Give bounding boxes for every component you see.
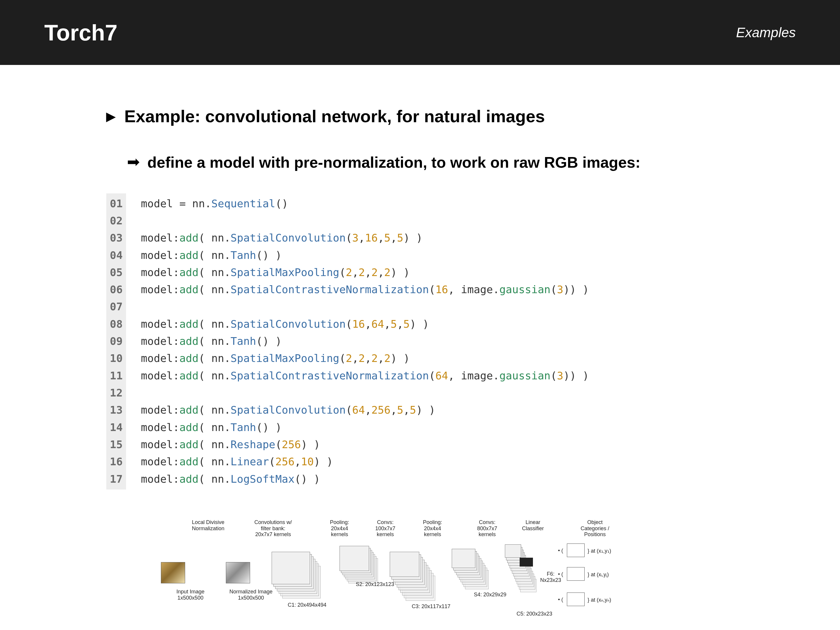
header-title: Torch7 — [44, 20, 117, 46]
architecture-diagram: Local DivisiveNormalizationConvolutions … — [145, 519, 638, 620]
output-marker: • ( — [558, 548, 563, 554]
code-line: model:add( nn.SpatialMaxPooling(2,2,2,2)… — [141, 350, 589, 367]
code-line: model:add( nn.SpatialContrastiveNormaliz… — [141, 367, 589, 384]
output-marker: • ( — [558, 597, 563, 603]
stage-label: Pooling:20x4x4kernels — [407, 519, 458, 538]
output-box — [567, 543, 584, 557]
code-line: model:add( nn.SpatialMaxPooling(2,2,2,2)… — [141, 264, 589, 281]
stage-label: ObjectCategories / Positions — [570, 519, 620, 538]
stage-label: LinearClassifier — [508, 519, 558, 531]
stage-label: Local DivisiveNormalization — [183, 519, 233, 531]
code-line: model:add( nn.SpatialConvolution(3,16,5,… — [141, 229, 589, 246]
output-label: } at (xₙ,yₙ) — [587, 597, 611, 603]
sub-title: define a model with pre-normalization, t… — [147, 153, 640, 173]
code-line — [141, 384, 589, 401]
code-line: model:add( nn.Reshape(256) ) — [141, 436, 589, 453]
output-label: } at (x₁,y₁) — [587, 548, 611, 554]
code-line — [141, 212, 589, 229]
layer-caption: S4: 20x29x29 — [461, 592, 519, 598]
code-block: 01 02 03 04 05 06 07 08 09 10 11 12 13 1… — [106, 193, 734, 489]
content: ▶ Example: convolutional network, for na… — [0, 65, 840, 489]
code-line: model:add( nn.SpatialContrastiveNormaliz… — [141, 281, 589, 298]
normalized-image-thumb — [226, 562, 250, 583]
code-line: model:add( nn.Tanh() ) — [141, 333, 589, 350]
code-line — [141, 298, 589, 315]
code-line: model:add( nn.LogSoftMax() ) — [141, 471, 589, 488]
code-line: model = nn.Sequential() — [141, 195, 589, 212]
arrow-bullet-icon: ➡ — [127, 153, 140, 171]
main-title-row: ▶ Example: convolutional network, for na… — [106, 106, 734, 126]
stage-label: Convs:100x7x7kernels — [360, 519, 411, 538]
output-box — [567, 567, 584, 581]
layer-caption: C5: 200x23x23 — [505, 611, 564, 617]
triangle-bullet-icon: ▶ — [106, 109, 115, 123]
output-box — [567, 592, 584, 606]
layer-caption: S2: 20x123x123 — [346, 581, 404, 587]
stage-label: Convs:800x7x7kernels — [462, 519, 512, 538]
header-section: Examples — [736, 25, 796, 41]
main-title: Example: convolutional network, for natu… — [124, 106, 545, 126]
code-line: model:add( nn.SpatialConvolution(16,64,5… — [141, 316, 589, 333]
code-line: model:add( nn.Linear(256,10) ) — [141, 453, 589, 470]
layer-caption: Normalized Image1x500x500 — [221, 589, 281, 601]
layer-caption: C1: 20x494x494 — [278, 602, 336, 608]
input-image-thumb — [161, 562, 185, 583]
layer-caption: Input Image1x500x500 — [161, 589, 220, 601]
layer-caption: C3: 20x117x117 — [401, 603, 461, 609]
sub-title-row: ➡ define a model with pre-normalization,… — [127, 153, 734, 173]
stage-label: Convolutions w/filter bank:20x7x7 kernel… — [248, 519, 298, 538]
header: Torch7 Examples — [0, 0, 840, 65]
code-lines: model = nn.Sequential() model:add( nn.Sp… — [126, 193, 589, 489]
output-label: } at (xᵢ,yⱼ) — [587, 571, 609, 578]
code-line: model:add( nn.SpatialConvolution(64,256,… — [141, 401, 589, 418]
line-numbers: 01 02 03 04 05 06 07 08 09 10 11 12 13 1… — [106, 193, 126, 489]
code-line: model:add( nn.Tanh() ) — [141, 419, 589, 436]
stage-label: Pooling:20x4x4kernels — [314, 519, 365, 538]
output-marker: • ( — [558, 571, 563, 578]
f6-rect — [519, 558, 533, 567]
code-line: model:add( nn.Tanh() ) — [141, 247, 589, 264]
